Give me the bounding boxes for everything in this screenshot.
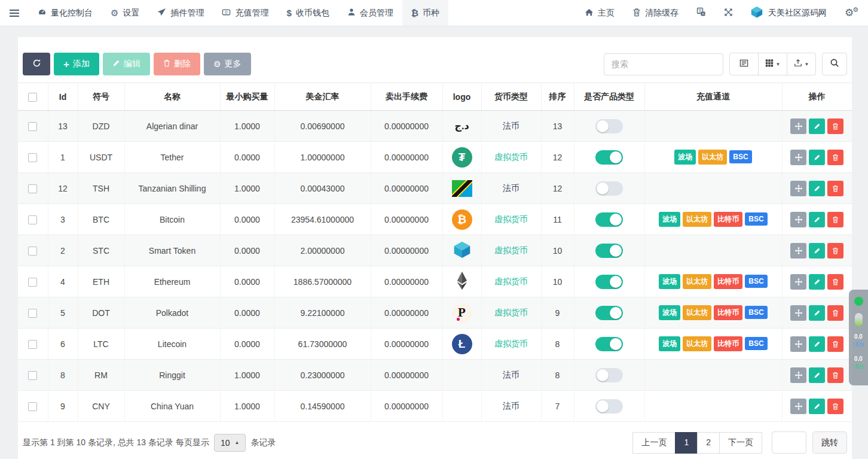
edit-button[interactable]	[809, 305, 825, 321]
columns-dropdown-button[interactable]: ▼	[758, 53, 787, 75]
product-type-toggle[interactable]	[595, 399, 623, 414]
row-checkbox[interactable]	[28, 215, 37, 224]
select-all-checkbox[interactable]	[28, 93, 37, 102]
jump-page-input[interactable]	[772, 431, 806, 454]
nav-tab-currency[interactable]: ₿ 币种	[402, 0, 448, 26]
product-type-toggle[interactable]	[595, 119, 623, 133]
cell-sell-fee: 0.00000000	[371, 235, 442, 266]
delete-button[interactable]	[827, 150, 843, 165]
delete-button[interactable]	[827, 243, 843, 259]
column-header-channels[interactable]: 充值通道	[644, 83, 782, 111]
move-button[interactable]	[790, 243, 806, 259]
nav-item-clear-cache[interactable]: 清除缓存	[624, 0, 687, 26]
column-header-sort[interactable]: 排序	[541, 83, 574, 111]
edit-button[interactable]	[809, 274, 825, 290]
edit-button-toolbar[interactable]: 编辑	[103, 53, 150, 75]
nav-item-wallet[interactable]: $ 收币钱包	[277, 0, 338, 26]
delete-button[interactable]	[827, 274, 843, 290]
nav-item-settings[interactable]: ⚙ 设置	[102, 0, 148, 26]
move-button[interactable]	[790, 150, 806, 165]
delete-button[interactable]	[827, 305, 843, 321]
row-checkbox[interactable]	[28, 402, 37, 411]
column-header-name[interactable]: 名称	[124, 83, 220, 111]
export-dropdown-button[interactable]: ▼	[787, 53, 816, 75]
move-button[interactable]	[790, 367, 806, 383]
product-type-toggle[interactable]	[595, 212, 623, 227]
delete-button[interactable]	[827, 212, 843, 227]
page-button-2[interactable]: 2	[697, 432, 720, 454]
move-button[interactable]	[790, 336, 806, 352]
nav-item-plugins[interactable]: 插件管理	[148, 0, 213, 26]
column-header-logo[interactable]: logo	[442, 83, 481, 111]
net-speed-widget[interactable]: 0.0↑K/s 0.0↓K/s	[849, 290, 868, 385]
product-type-toggle[interactable]	[595, 306, 623, 320]
delete-button[interactable]	[827, 118, 843, 134]
detail-view-button[interactable]	[729, 53, 759, 75]
product-type-toggle[interactable]	[595, 150, 623, 165]
delete-button[interactable]	[827, 399, 843, 414]
nav-item-quant-console[interactable]: 量化控制台	[29, 0, 102, 26]
search-input[interactable]	[604, 53, 723, 75]
nav-item-members[interactable]: 会员管理	[338, 0, 402, 26]
cell-usd-rate: 1886.57000000	[274, 266, 371, 297]
prev-page-button[interactable]: 上一页	[632, 432, 676, 454]
row-checkbox[interactable]	[28, 153, 37, 162]
cell-sort: 9	[541, 297, 574, 329]
translate-icon-button[interactable]: 文A	[687, 0, 715, 26]
edit-button[interactable]	[809, 243, 825, 259]
column-header-min-buy[interactable]: 最小购买量	[220, 83, 274, 111]
fullscreen-button[interactable]	[715, 0, 742, 26]
product-type-toggle[interactable]	[595, 244, 623, 258]
delete-button[interactable]	[827, 181, 843, 196]
product-type-toggle[interactable]	[595, 181, 623, 196]
nav-item-recharge[interactable]: 0 充值管理	[213, 0, 277, 26]
edit-button[interactable]	[809, 367, 825, 383]
coin-logo: ₿	[452, 209, 472, 230]
delete-button[interactable]	[827, 367, 843, 383]
page-size-select[interactable]: 10 ▲	[214, 434, 246, 452]
edit-button[interactable]	[809, 118, 825, 134]
delete-button-toolbar[interactable]: 删除	[154, 53, 200, 75]
column-header-currency-type[interactable]: 货币类型	[481, 83, 541, 111]
delete-button[interactable]	[827, 336, 843, 352]
page-button-1[interactable]: 1	[675, 432, 698, 454]
edit-button[interactable]	[809, 181, 825, 196]
nav-item-home[interactable]: 主页	[576, 0, 624, 26]
row-checkbox[interactable]	[28, 309, 37, 318]
row-checkbox[interactable]	[28, 247, 37, 256]
settings-gears-icon[interactable]: ⚙⚙	[835, 0, 868, 26]
move-button[interactable]	[790, 399, 806, 414]
column-header-actions[interactable]: 操作	[782, 83, 852, 111]
column-header-sell-fee[interactable]: 卖出手续费	[371, 83, 442, 111]
product-type-toggle[interactable]	[595, 275, 623, 289]
edit-button[interactable]	[809, 399, 825, 414]
more-button[interactable]: ⚙ 更多	[204, 53, 251, 75]
row-checkbox[interactable]	[28, 122, 37, 131]
move-button[interactable]	[790, 212, 806, 227]
row-checkbox[interactable]	[28, 371, 37, 380]
product-type-toggle[interactable]	[595, 368, 623, 382]
refresh-button[interactable]	[23, 53, 50, 75]
jump-button[interactable]: 跳转	[812, 431, 847, 454]
column-header-is-product[interactable]: 是否产品类型	[574, 83, 644, 111]
move-button[interactable]	[790, 118, 806, 134]
next-page-button[interactable]: 下一页	[719, 432, 762, 454]
row-checkbox[interactable]	[28, 340, 37, 349]
move-button[interactable]	[790, 274, 806, 290]
add-button[interactable]: + 添加	[54, 53, 99, 75]
search-button[interactable]	[822, 53, 847, 75]
edit-button[interactable]	[809, 336, 825, 352]
edit-button[interactable]	[809, 212, 825, 227]
row-checkbox[interactable]	[28, 184, 37, 193]
edit-button[interactable]	[809, 150, 825, 165]
channel-badge: BSC	[729, 150, 751, 163]
column-header-usd-rate[interactable]: 美金汇率	[274, 83, 371, 111]
move-button[interactable]	[790, 181, 806, 196]
row-checkbox[interactable]	[28, 278, 37, 287]
product-type-toggle[interactable]	[595, 337, 623, 351]
column-header-id[interactable]: Id	[48, 83, 78, 111]
column-header-symbol[interactable]: 符号	[78, 83, 124, 111]
brand-link[interactable]: 天美社区源码网	[742, 0, 835, 26]
move-button[interactable]	[790, 305, 806, 321]
hamburger-menu-icon[interactable]	[0, 0, 29, 26]
